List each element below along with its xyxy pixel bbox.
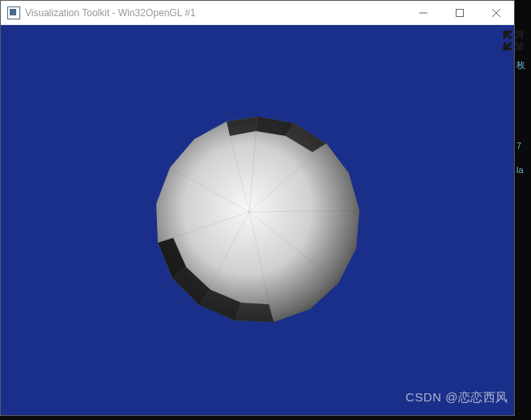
minimize-button[interactable] [405, 1, 441, 25]
render-viewport[interactable] [1, 25, 514, 415]
window-title: Visualization Toolkit - Win32OpenGL #1 [25, 7, 196, 19]
titlebar[interactable]: Visualization Toolkit - Win32OpenGL #1 [1, 1, 514, 25]
app-window: Visualization Toolkit - Win32OpenGL #1 [0, 0, 515, 416]
minimize-icon [419, 9, 427, 17]
sphere-object [136, 99, 379, 342]
svg-marker-20 [235, 303, 274, 322]
watermark-text: CSDN @恋恋西风 [406, 390, 508, 405]
app-icon [7, 6, 20, 19]
side-panel-fragment: 枚 7 la [516, 53, 531, 182]
close-icon [492, 9, 500, 17]
fullscreen-icon[interactable] [502, 29, 525, 52]
close-button[interactable] [478, 1, 514, 25]
maximize-button[interactable] [441, 1, 478, 25]
maximize-icon [456, 9, 464, 17]
svg-rect-1 [456, 9, 463, 16]
